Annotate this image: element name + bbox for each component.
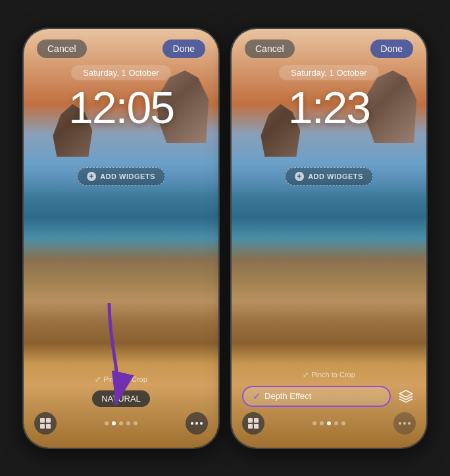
right-gallery-button[interactable] [242,412,264,435]
svg-point-5 [191,422,193,425]
svg-rect-2 [46,418,51,423]
left-dot-2 [112,421,116,425]
right-dot-5 [341,421,345,425]
left-top-bar: Cancel Done [24,29,218,63]
right-depth-row: ✓ Depth Effect [242,386,416,407]
right-bottom-bar: ⤢ Pinch to Crop ✓ Depth Effect [232,364,426,448]
left-date: Saturday, 1 October [71,65,170,80]
svg-point-14 [408,422,411,425]
right-crop-icon: ⤢ [303,371,309,379]
svg-point-13 [403,422,406,425]
right-gallery-icon [247,417,259,429]
left-more-button[interactable] [186,412,208,435]
left-bottom-bar: ⤢ Pinch to Crop NATURAL [24,369,218,448]
right-done-button[interactable]: Done [370,40,413,58]
left-natural-badge: NATURAL [92,390,150,407]
left-gallery-icon [39,417,51,429]
main-container: Cancel Done Saturday, 1 October 12:05 + … [9,14,441,462]
left-gallery-button[interactable] [34,412,57,435]
right-pinch-to-crop: ⤢ Pinch to Crop [242,371,416,379]
right-date: Saturday, 1 October [279,65,378,80]
right-add-widgets-icon: + [295,172,304,181]
right-dot-2 [320,421,324,425]
left-time: 12:05 [24,83,218,132]
right-top-bar: Cancel Done [232,29,426,63]
left-cancel-button[interactable]: Cancel [37,40,87,58]
right-add-widgets-label: ADD WIDGETS [308,172,363,180]
right-cancel-button[interactable]: Cancel [245,40,295,58]
left-done-button[interactable]: Done [162,40,205,58]
svg-rect-1 [40,418,45,423]
svg-rect-3 [40,424,45,429]
right-bottom-icons-row [242,412,416,435]
left-dot-4 [126,421,130,425]
left-phone-screen: Cancel Done Saturday, 1 October 12:05 + … [24,29,218,448]
right-dot-1 [312,421,316,425]
right-add-widgets[interactable]: + ADD WIDGETS [285,167,373,186]
left-lock-content: Saturday, 1 October 12:05 [24,65,218,132]
right-depth-effect-label: Depth Effect [264,391,311,401]
left-bottom-icons-row [34,412,208,435]
right-depth-effect-pill[interactable]: ✓ Depth Effect [242,386,391,407]
left-pinch-to-crop: ⤢ Pinch to Crop [34,375,208,384]
right-dots-row [312,421,345,425]
left-add-widgets-icon: + [87,172,96,181]
svg-rect-8 [248,418,253,423]
left-dot-3 [119,421,123,425]
left-phone-frame: Cancel Done Saturday, 1 October 12:05 + … [22,28,220,449]
left-crop-icon: ⤢ [95,375,101,384]
left-more-icon [191,422,203,425]
svg-rect-4 [46,424,51,429]
left-dots-row [105,421,138,425]
right-dot-3 [327,421,331,425]
svg-point-6 [195,422,198,425]
left-filter-row: NATURAL [34,390,208,407]
right-time: 1:23 [232,83,426,132]
right-more-icon [399,422,411,425]
left-add-widgets[interactable]: + ADD WIDGETS [77,167,165,186]
svg-point-7 [200,422,203,425]
right-layers-icon[interactable] [396,386,416,406]
svg-rect-10 [248,424,253,429]
left-dot-1 [105,421,109,425]
svg-rect-9 [254,418,259,423]
right-lock-content: Saturday, 1 October 1:23 [232,65,426,132]
left-dot-5 [134,421,138,425]
right-dot-4 [334,421,338,425]
right-more-button[interactable] [393,412,416,435]
svg-rect-11 [254,424,259,429]
right-phone-frame: Cancel Done Saturday, 1 October 1:23 + A… [230,28,428,449]
right-phone-screen: Cancel Done Saturday, 1 October 1:23 + A… [232,29,426,448]
svg-point-12 [399,422,401,425]
left-add-widgets-label: ADD WIDGETS [100,172,155,180]
right-checkmark-icon: ✓ [253,391,261,402]
